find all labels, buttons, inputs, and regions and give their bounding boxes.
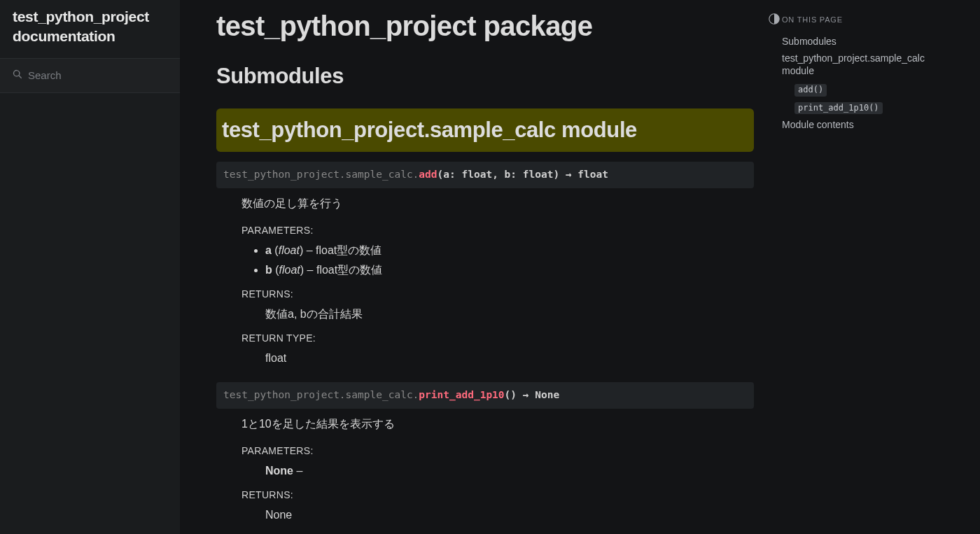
signature-print-add-1p10: test_python_project.sample_calc.print_ad… xyxy=(216,382,754,409)
rtype-label: RETURN TYPE: xyxy=(241,331,754,346)
sig-args: (a: float, b: float) → float xyxy=(438,169,608,180)
param-item-a: a (float) – float型の数値 xyxy=(265,242,754,259)
sig-prefix: test_python_project.sample_calc. xyxy=(223,169,419,180)
rtype-body: float xyxy=(265,350,754,367)
page-title: test_python_project package xyxy=(216,10,754,42)
returns-body: 数値a, bの合計結果 xyxy=(265,306,754,323)
returns-label: RETURNS: xyxy=(241,488,754,503)
sidebar-right-toc: On this page Submodules test_python_proj… xyxy=(782,0,943,534)
signature-add: test_python_project.sample_calc.add(a: f… xyxy=(216,162,754,188)
toc-link-print-add-1p10[interactable]: print_add_1p10() xyxy=(794,99,934,117)
returns-body: None xyxy=(265,507,754,524)
toc-link-module[interactable]: test_python_project.sample_calc module xyxy=(782,50,934,79)
params-label: PARAMETERS: xyxy=(241,223,754,238)
main-content: test_python_project package Submodules t… xyxy=(180,0,782,534)
toc-link-submodules[interactable]: Submodules xyxy=(782,33,934,50)
toc-link-module-contents[interactable]: Module contents xyxy=(782,116,934,133)
sig-prefix: test_python_project.sample_calc. xyxy=(223,389,419,400)
search-container xyxy=(0,58,180,93)
toc-link-add[interactable]: add() xyxy=(794,80,934,99)
params-label: PARAMETERS: xyxy=(241,444,754,458)
sig-args: () → None xyxy=(505,389,560,400)
heading-module: test_python_project.sample_calc module xyxy=(216,108,754,153)
doc-title-link[interactable]: test_python_project documentation xyxy=(0,0,180,51)
func-desc: 数値の足し算を行う xyxy=(241,195,754,212)
search-icon xyxy=(13,67,22,84)
func-desc: 1と10を足した結果を表示する xyxy=(241,416,754,433)
params-body: a (float) – float型の数値 b (float) – float型… xyxy=(265,242,754,279)
sidebar-left: test_python_project documentation xyxy=(0,0,180,534)
returns-label: RETURNS: xyxy=(241,287,754,302)
search-input[interactable] xyxy=(28,69,167,81)
param-item-b: b (float) – float型の数値 xyxy=(265,262,754,279)
sig-name: print_add_1p10 xyxy=(419,389,504,400)
params-body: None – xyxy=(265,463,754,479)
sig-name: add xyxy=(419,169,437,180)
toc-heading: On this page xyxy=(782,14,934,26)
theme-toggle-button[interactable] xyxy=(768,13,782,27)
heading-submodules: Submodules xyxy=(216,60,754,93)
